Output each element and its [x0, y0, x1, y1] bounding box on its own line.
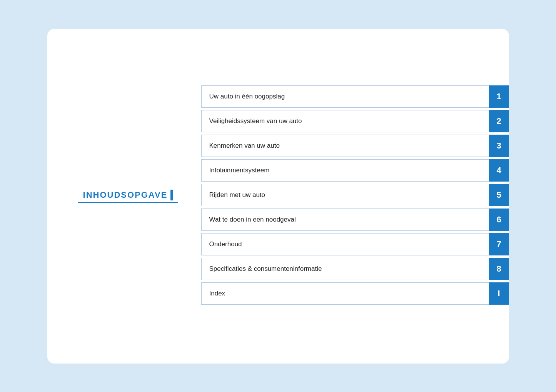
toc-item-label: Veiligheidssysteem van uw auto [201, 110, 489, 132]
toc-item-label: Index [201, 282, 489, 305]
toc-item-label: Rijden met uw auto [201, 184, 489, 206]
toc-item-label: Wat te doen in een noodgeval [201, 209, 489, 231]
toc-row[interactable]: Wat te doen in een noodgeval6 [201, 209, 509, 231]
toc-item-number: 5 [489, 184, 509, 206]
section-title: INHOUDSOPGAVE [83, 190, 168, 200]
title-container: INHOUDSOPGAVE [83, 190, 173, 200]
toc-item-label: Uw auto in één oogopslag [201, 85, 489, 108]
toc-item-number: I [489, 282, 509, 305]
toc-item-number: 4 [489, 159, 509, 182]
title-bar-decoration [170, 190, 173, 200]
toc-row[interactable]: Uw auto in één oogopslag1 [201, 85, 509, 108]
toc-item-number: 8 [489, 258, 509, 280]
toc-row[interactable]: Rijden met uw auto5 [201, 184, 509, 206]
toc-row[interactable]: Kenmerken van uw auto3 [201, 135, 509, 157]
toc-item-number: 7 [489, 233, 509, 255]
toc-row[interactable]: IndexI [201, 282, 509, 305]
toc-item-number: 1 [489, 85, 509, 108]
toc-row[interactable]: Infotainmentsysteem4 [201, 159, 509, 182]
main-card: INHOUDSOPGAVE Uw auto in één oogopslag1V… [47, 29, 509, 364]
toc-row[interactable]: Onderhoud7 [201, 233, 509, 255]
toc-row[interactable]: Specificaties & consumenteninformatie8 [201, 258, 509, 280]
toc-row[interactable]: Veiligheidssysteem van uw auto2 [201, 110, 509, 132]
toc-item-number: 6 [489, 209, 509, 231]
title-underline [78, 202, 178, 203]
left-section: INHOUDSOPGAVE [47, 190, 194, 203]
toc-item-number: 2 [489, 110, 509, 132]
toc-list: Uw auto in één oogopslag1Veiligheidssyst… [194, 85, 509, 307]
toc-item-label: Kenmerken van uw auto [201, 135, 489, 157]
toc-item-label: Onderhoud [201, 233, 489, 255]
toc-item-number: 3 [489, 135, 509, 157]
toc-item-label: Specificaties & consumenteninformatie [201, 258, 489, 280]
toc-item-label: Infotainmentsysteem [201, 159, 489, 182]
